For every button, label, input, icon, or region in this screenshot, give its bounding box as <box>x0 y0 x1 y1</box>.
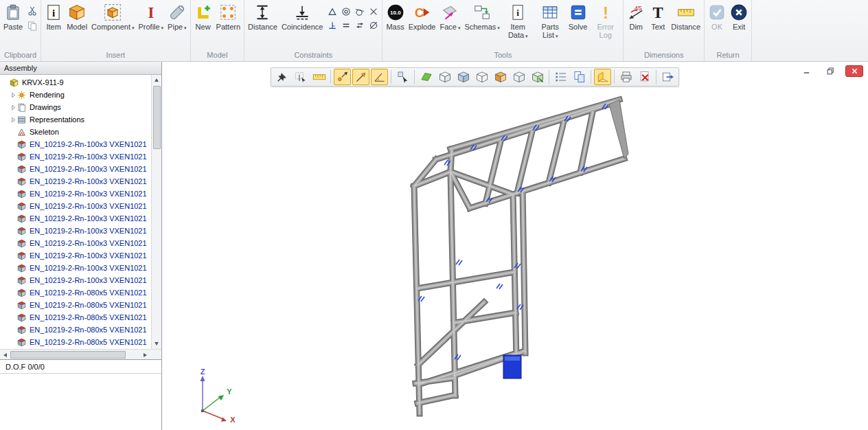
tree-item-part[interactable]: EN_10219-2-Rn-100x3 VXEN1021 <box>0 175 151 188</box>
concentric-constraint-button[interactable] <box>339 5 352 18</box>
select-frame-button[interactable] <box>292 69 309 85</box>
tree-vertical-scrollbar[interactable] <box>151 75 161 349</box>
ok-button[interactable]: OK <box>706 1 728 32</box>
copy-view-button[interactable] <box>571 69 588 85</box>
cross-axes-constraint-button[interactable] <box>367 5 380 18</box>
snap-angle-button[interactable] <box>371 69 388 85</box>
scroll-left-arrow[interactable] <box>0 350 10 360</box>
cut-button[interactable] <box>25 4 38 17</box>
tree-item-part[interactable]: EN_10219-2-Rn-080x5 VXEN1021 <box>0 286 151 299</box>
pin-button[interactable] <box>273 69 290 85</box>
tree-item-part[interactable]: EN_10219-2-Rn-080x5 VXEN1021 <box>0 299 151 311</box>
part-icon <box>17 264 27 273</box>
display-shaded-button[interactable] <box>455 69 472 85</box>
tree-item-part[interactable]: EN_10219-2-Rn-100x3 VXEN1021 <box>0 237 151 249</box>
perpendicular-icon <box>328 21 337 30</box>
viewport-3d[interactable]: Z Y X <box>163 62 868 430</box>
tree-item-part[interactable]: EN_10219-2-Rn-100x3 VXEN1021 <box>0 225 151 237</box>
assembly-tree-container: KRVX-911-9RenderingDrawingsRepresentatio… <box>0 75 161 349</box>
coincidence-button[interactable]: Coincidence <box>279 1 326 32</box>
angle-constraint-button[interactable] <box>326 5 339 18</box>
schemas-button[interactable]: Schemas ▾ <box>462 1 501 32</box>
select-faces-button[interactable] <box>418 69 435 85</box>
expand-arrow-icon[interactable] <box>10 117 17 123</box>
distance-dimension-button[interactable]: Distance <box>669 1 703 32</box>
tree-item-part[interactable]: EN_10219-2-Rn-100x3 VXEN1021 <box>0 200 151 212</box>
error-log-button[interactable]: !Error Log <box>589 1 621 41</box>
model-button[interactable]: Model <box>65 1 89 32</box>
tangent-constraint-button[interactable] <box>353 5 366 18</box>
item-data-button[interactable]: iItem Data ▾ <box>502 1 534 41</box>
display-exploded-button[interactable] <box>529 69 546 85</box>
expand-arrow-icon[interactable] <box>10 104 17 111</box>
tree-item-part[interactable]: EN_10219-2-Rn-100x3 VXEN1021 <box>0 262 151 274</box>
restore-button[interactable] <box>821 65 839 77</box>
button-label: Coincidence <box>282 23 323 31</box>
tree-item-label: EN_10219-2-Rn-100x3 VXEN1021 <box>30 152 147 161</box>
horizontal-scroll-thumb[interactable] <box>10 351 126 359</box>
tree-item-part[interactable]: EN_10219-2-Rn-100x3 VXEN1021 <box>0 212 151 225</box>
display-wireframe-button[interactable] <box>436 69 453 85</box>
tree-item-drawings[interactable]: Drawings <box>0 101 151 113</box>
distance-constraint-button[interactable]: Distance <box>246 1 279 32</box>
minimize-icon <box>801 66 812 76</box>
pick-element-button[interactable] <box>394 69 411 85</box>
mass-button[interactable]: 10.0Mass <box>384 1 406 32</box>
item-button[interactable]: iItem <box>43 1 65 32</box>
component-button[interactable]: Component ▾ <box>89 1 136 32</box>
delete-view-button[interactable] <box>636 69 653 85</box>
scroll-up-arrow[interactable] <box>152 75 161 85</box>
tree-item-part[interactable]: EN_10219-2-Rn-100x3 VXEN1021 <box>0 150 151 163</box>
paste-button[interactable]: Paste <box>1 1 25 32</box>
face-button[interactable]: Face ▾ <box>437 1 462 32</box>
display-section-button[interactable] <box>492 69 509 85</box>
dim-button[interactable]: 45Dim <box>625 1 647 32</box>
scroll-down-arrow[interactable] <box>152 339 161 349</box>
opposite-constraint-button[interactable] <box>353 19 366 32</box>
snap-point-button[interactable] <box>334 69 351 85</box>
minimize-button[interactable] <box>797 65 815 77</box>
tree-item-part[interactable]: EN_10219-2-Rn-100x3 VXEN1021 <box>0 249 151 262</box>
parallel-constraint-button[interactable] <box>339 19 352 32</box>
profile-button[interactable]: IProfile ▾ <box>136 1 165 32</box>
tree-item-part[interactable]: EN_10219-2-Rn-080x5 VXEN1021 <box>0 324 151 336</box>
solve-button[interactable]: Solve <box>567 1 590 32</box>
snap-direction-button[interactable] <box>352 69 369 85</box>
display-transparent-button[interactable] <box>510 69 527 85</box>
measure-button[interactable] <box>310 69 328 85</box>
pipe-button[interactable]: Pipe ▾ <box>165 1 189 32</box>
tree-item-skeleton[interactable]: Skeleton <box>0 126 151 138</box>
close-button[interactable] <box>845 65 863 77</box>
export-view-button[interactable] <box>659 69 676 85</box>
tree-item-assembly-root[interactable]: KRVX-911-9 <box>0 76 151 89</box>
ribbon-group-label: Tools <box>384 50 621 61</box>
pattern-button[interactable]: Pattern <box>214 1 242 32</box>
list-view-icon <box>554 70 568 84</box>
print-button[interactable] <box>617 69 635 85</box>
exit-button[interactable]: Exit <box>728 1 750 32</box>
tree-item-part[interactable]: EN_10219-2-Rn-100x3 VXEN1021 <box>0 274 151 286</box>
corner-view-button[interactable] <box>594 69 611 85</box>
tree-item-rendering[interactable]: Rendering <box>0 89 151 101</box>
tree-item-part[interactable]: EN_10219-2-Rn-100x3 VXEN1021 <box>0 138 151 150</box>
perpendicular-constraint-button[interactable] <box>326 19 339 32</box>
text-button[interactable]: TText <box>647 1 669 32</box>
tree-item-part[interactable]: EN_10219-2-Rn-100x3 VXEN1021 <box>0 163 151 175</box>
diameter-constraint-button[interactable] <box>367 19 380 32</box>
tree-horizontal-scrollbar[interactable] <box>0 349 161 359</box>
scroll-right-arrow[interactable] <box>140 350 150 360</box>
expand-arrow-icon[interactable] <box>10 92 17 98</box>
list-view-button[interactable] <box>552 69 569 85</box>
parts-list-button[interactable]: Parts List ▾ <box>534 1 567 41</box>
opposite-icon <box>355 21 365 30</box>
display-hidden-lines-button[interactable] <box>473 69 490 85</box>
tree-item-representations[interactable]: Representations <box>0 113 151 126</box>
copy-button[interactable] <box>25 19 38 32</box>
new-button[interactable]: New <box>192 1 214 32</box>
tree-item-label: EN_10219-2-Rn-100x3 VXEN1021 <box>30 165 147 173</box>
tree-item-part[interactable]: EN_10219-2-Rn-080x5 VXEN1021 <box>0 336 151 348</box>
tree-item-part[interactable]: EN_10219-2-Rn-100x3 VXEN1021 <box>0 188 151 200</box>
vertical-scroll-thumb[interactable] <box>153 86 161 149</box>
tree-item-part[interactable]: EN_10219-2-Rn-080x5 VXEN1021 <box>0 311 151 324</box>
explode-button[interactable]: CExplode <box>407 1 438 32</box>
